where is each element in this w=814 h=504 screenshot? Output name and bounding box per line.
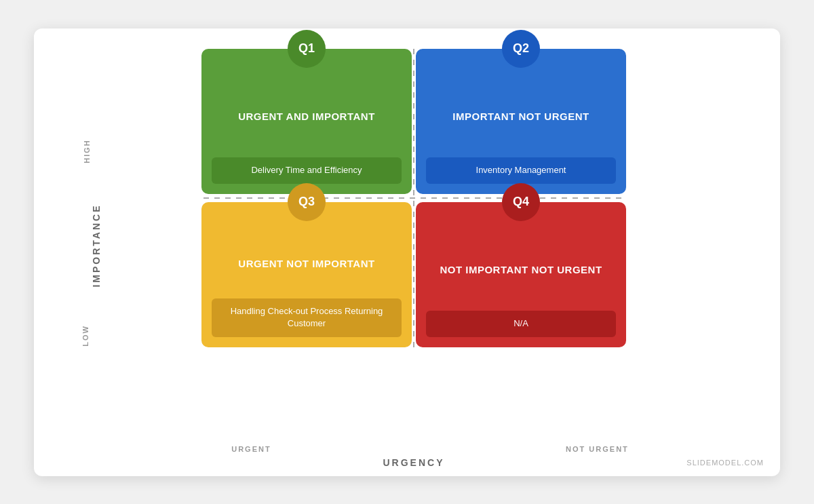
q2-badge: Q2 [502, 30, 540, 68]
x-not-urgent-label: NOT URGENT [566, 445, 629, 453]
q1-description: Delivery Time and Efficiency [212, 157, 402, 183]
y-high-label: HIGH [83, 139, 91, 163]
q4-badge: Q4 [502, 183, 540, 221]
q3-title: URGENT NOT IMPORTANT [238, 236, 374, 292]
q2-title: IMPORTANT NOT URGENT [452, 83, 589, 151]
matrix-container: IMPORTANCE HIGH LOW URGENCY URGENT NOT U… [88, 49, 739, 442]
quadrant-q1: Q1 URGENT AND IMPORTANT Delivery Time an… [204, 49, 414, 198]
quadrant-q4: Q4 NOT IMPORTANT NOT URGENT N/A [414, 198, 624, 347]
quadrant-q2-inner: Q2 IMPORTANT NOT URGENT Inventory Manage… [416, 49, 626, 194]
slide: IMPORTANCE HIGH LOW URGENCY URGENT NOT U… [34, 28, 780, 476]
x-axis-label: URGENCY [383, 457, 444, 468]
quadrant-q1-inner: Q1 URGENT AND IMPORTANT Delivery Time an… [201, 49, 412, 194]
q3-description: Handling Check-out Process Returning Cus… [212, 298, 402, 336]
watermark: SLIDEMODEL.COM [686, 459, 764, 467]
x-urgent-label: URGENT [231, 445, 271, 453]
quadrant-q4-inner: Q4 NOT IMPORTANT NOT URGENT N/A [416, 202, 626, 347]
eisenhower-matrix: Q1 URGENT AND IMPORTANT Delivery Time an… [204, 49, 624, 347]
q3-badge: Q3 [288, 183, 326, 221]
q4-description: N/A [426, 311, 616, 336]
q4-title: NOT IMPORTANT NOT URGENT [440, 236, 602, 305]
q2-description: Inventory Management [426, 157, 616, 183]
y-axis-label: IMPORTANCE [91, 203, 102, 287]
quadrant-q3: Q3 URGENT NOT IMPORTANT Handling Check-o… [204, 198, 414, 347]
quadrant-q2: Q2 IMPORTANT NOT URGENT Inventory Manage… [414, 49, 624, 198]
q1-badge: Q1 [288, 30, 326, 68]
quadrant-q3-inner: Q3 URGENT NOT IMPORTANT Handling Check-o… [201, 202, 412, 347]
y-low-label: LOW [81, 325, 90, 347]
q1-title: URGENT AND IMPORTANT [238, 83, 375, 151]
